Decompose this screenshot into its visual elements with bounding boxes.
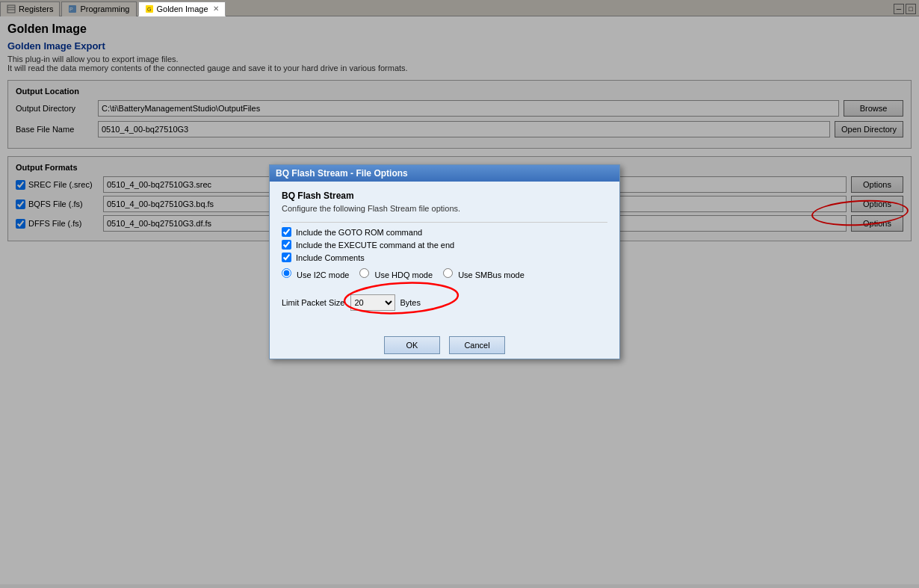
ok-button[interactable]: OK [384, 336, 440, 354]
tab-golden-image[interactable]: G Golden Image ✕ [138, 1, 226, 16]
packet-size-label: Limit Packet Size [282, 298, 344, 307]
smbus-radio[interactable] [443, 268, 453, 278]
exec-cmd-label: Include the EXECUTE command at the end [296, 241, 454, 250]
svg-text:G: G [147, 7, 151, 12]
modal-buttons: OK Cancel [270, 329, 619, 359]
bq-flash-stream-dialog: BQ Flash Stream - File Options BQ Flash … [269, 164, 620, 359]
modal-header: BQ Flash Stream - File Options [270, 165, 619, 182]
comments-checkbox[interactable] [282, 253, 291, 262]
modal-subtitle: BQ Flash Stream [282, 191, 607, 201]
main-content: Golden Image Golden Image Export This pl… [0, 16, 919, 584]
packet-size-select[interactable]: 20 32 64 [350, 294, 395, 311]
i2c-radio-label[interactable]: Use I2C mode [282, 268, 349, 279]
smbus-radio-label[interactable]: Use SMBus mode [443, 268, 525, 279]
goto-rom-label: Include the GOTO ROM command [296, 228, 422, 237]
goto-rom-checkbox[interactable] [282, 227, 291, 237]
hdq-radio[interactable] [359, 268, 369, 278]
modal-overlay: BQ Flash Stream - File Options BQ Flash … [0, 0, 919, 584]
modal-desc: Configure the following Flash Stream fil… [282, 204, 607, 213]
bytes-label: Bytes [400, 298, 421, 307]
tab-close-icon[interactable]: ✕ [213, 4, 219, 13]
cancel-button[interactable]: Cancel [449, 336, 505, 354]
i2c-radio[interactable] [282, 268, 291, 278]
modal-body: BQ Flash Stream Configure the following … [270, 182, 619, 329]
golden-image-icon: G [145, 4, 154, 13]
hdq-radio-label[interactable]: Use HDQ mode [359, 268, 433, 279]
packet-size-wrapper: Limit Packet Size 20 32 64 Bytes [282, 288, 421, 317]
exec-cmd-row: Include the EXECUTE command at the end [282, 240, 607, 250]
goto-rom-row: Include the GOTO ROM command [282, 227, 607, 237]
radio-group-row: Use I2C mode Use HDQ mode Use SMBus mode [282, 268, 607, 279]
comments-row: Include Comments [282, 253, 607, 262]
exec-cmd-checkbox[interactable] [282, 240, 291, 250]
packet-size-row: Limit Packet Size 20 32 64 Bytes [282, 294, 421, 311]
comments-label: Include Comments [296, 253, 365, 262]
tab-golden-image-label: Golden Image [157, 4, 208, 13]
modal-title: BQ Flash Stream - File Options [276, 168, 408, 179]
